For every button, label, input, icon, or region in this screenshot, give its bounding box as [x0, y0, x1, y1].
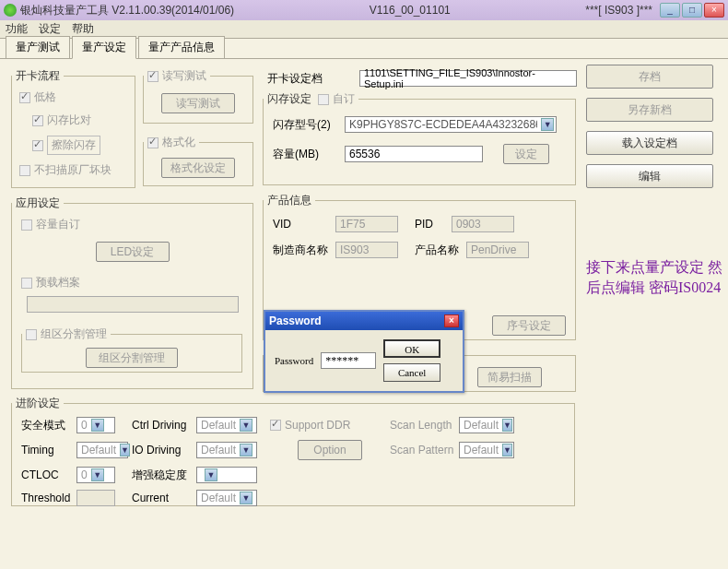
chk-rw	[147, 71, 159, 82]
chevron-down-icon: ▼	[240, 492, 252, 504]
menu-func[interactable]: 功能	[6, 21, 28, 37]
password-input[interactable]: ******	[321, 352, 376, 369]
easy-scan-btn: 简易扫描	[477, 367, 542, 387]
in-threshold	[76, 490, 115, 506]
tab-mp-setting[interactable]: 量产设定	[72, 36, 136, 59]
chk-erase-flash	[32, 140, 43, 151]
title-text: 银灿科技量产工具 V2.11.00.39(2014/01/06)	[20, 3, 234, 18]
in-vendor: IS903	[335, 242, 398, 258]
close-button[interactable]: ×	[704, 3, 724, 18]
sel-safe-mode: 0▼	[76, 417, 115, 433]
load-btn[interactable]: 载入设定档	[586, 131, 713, 155]
annotation-text: 接下来点量产设定 然后点编辑 密码IS0024	[586, 257, 724, 298]
chevron-down-icon: ▼	[205, 468, 217, 481]
group-fmt: 格式化 格式化设定	[143, 135, 253, 186]
menu-help[interactable]: 帮助	[72, 21, 94, 37]
edit-btn[interactable]: 编辑	[586, 164, 713, 188]
sel-io-drv: Default▼	[196, 442, 257, 458]
sel-ctloc: 0▼	[76, 467, 115, 483]
option-btn: Option	[298, 440, 362, 460]
sel-ctrl-drv: Default▼	[196, 417, 257, 433]
sel-scan-pat: Default▼	[459, 442, 514, 458]
chk-flash-cmp	[32, 115, 43, 126]
dialog-close-button[interactable]: ×	[444, 314, 459, 327]
sn-btn: 序号设定	[492, 315, 566, 336]
group-adv-legend: 进阶设定	[12, 396, 64, 411]
sel-scan-len: Default▼	[459, 417, 514, 433]
in-cap[interactable]: 65536	[345, 146, 483, 162]
dialog-title: Password	[269, 314, 322, 327]
group-app: 应用设定 容量自订 LED设定 预载档案 组区分割管理 组区分割管理	[11, 196, 253, 389]
dialog-label: Password	[275, 355, 313, 366]
menu-setting[interactable]: 设定	[39, 21, 61, 37]
in-pid: 0903	[452, 216, 514, 232]
title-device: ***[ IS903 ]***	[585, 4, 652, 17]
group-adv: 进阶设定 安全模式 0▼ Ctrl Driving Default▼ Suppo…	[11, 396, 575, 506]
in-vid: 1F75	[335, 216, 398, 232]
led-btn: LED设定	[96, 242, 170, 262]
group-app-legend: 应用设定	[12, 196, 64, 211]
group-opencard-legend: 开卡流程	[12, 68, 64, 84]
part-btn: 组区分割管理	[86, 348, 178, 368]
save-as-btn: 另存新档	[586, 98, 713, 122]
card-path-label: 开卡设定档	[267, 71, 323, 87]
flash-set-btn: 设定	[503, 144, 549, 164]
chevron-down-icon: ▼	[502, 444, 512, 456]
ok-button[interactable]: OK	[383, 339, 440, 358]
minimize-button[interactable]: _	[660, 3, 680, 18]
fmt-btn: 格式化设定	[161, 158, 235, 178]
group-rw: 读写测试 读写测试	[143, 68, 253, 124]
chevron-down-icon: ▼	[541, 118, 554, 131]
in-pname: PenDrive	[466, 242, 529, 258]
sel-flash-model[interactable]: K9PHGY8S7C-ECDEDEA4A432326868C5C5-8▼	[345, 116, 557, 133]
group-prod-legend: 产品信息	[264, 193, 315, 208]
group-opencard: 开卡流程 低格 闪存比对 擦除闪存 不扫描原厂坏块	[11, 68, 135, 188]
tab-mp-test[interactable]: 量产测试	[6, 36, 70, 58]
app-icon	[4, 4, 17, 17]
group-part: 组区分割管理 组区分割管理	[21, 326, 242, 373]
group-flash: 闪存设定 自订 闪存型号(2) K9PHGY8S7C-ECDEDEA4A4323…	[263, 91, 576, 185]
card-path[interactable]: 1101\SETTING_FILE_IS903\Innostor-Setup.i…	[359, 70, 577, 87]
chk-part	[26, 329, 37, 340]
sel-enh: ▼	[196, 467, 257, 483]
chk-lowlevel	[19, 92, 30, 103]
chevron-down-icon: ▼	[91, 468, 104, 481]
password-dialog: Password × Password ****** OK Cancel	[264, 310, 464, 393]
chk-no-scan	[19, 165, 30, 176]
save-btn: 存档	[586, 65, 713, 89]
maximize-button[interactable]: □	[682, 3, 702, 18]
tab-mp-prodinfo[interactable]: 量产产品信息	[138, 36, 225, 58]
chevron-down-icon: ▼	[91, 419, 104, 432]
rw-btn: 读写测试	[161, 93, 235, 113]
cancel-button[interactable]: Cancel	[383, 363, 440, 382]
chevron-down-icon: ▼	[502, 419, 512, 432]
chevron-down-icon: ▼	[240, 444, 252, 456]
chevron-down-icon: ▼	[240, 419, 252, 432]
chk-preload	[21, 278, 32, 289]
chk-ddr	[270, 420, 281, 431]
chk-cap-custom	[21, 219, 32, 231]
chevron-down-icon: ▼	[120, 444, 130, 456]
sel-current: Default▼	[196, 490, 257, 506]
preload-path	[27, 296, 239, 313]
sel-timing: Default▼	[76, 442, 128, 458]
title-version: V116_00_01101	[234, 4, 585, 17]
tabstrip: 量产测试 量产设定 量产产品信息	[0, 39, 728, 59]
chk-flash-custom	[318, 94, 329, 105]
titlebar: 银灿科技量产工具 V2.11.00.39(2014/01/06) V116_00…	[0, 0, 728, 20]
chk-fmt	[147, 137, 159, 148]
